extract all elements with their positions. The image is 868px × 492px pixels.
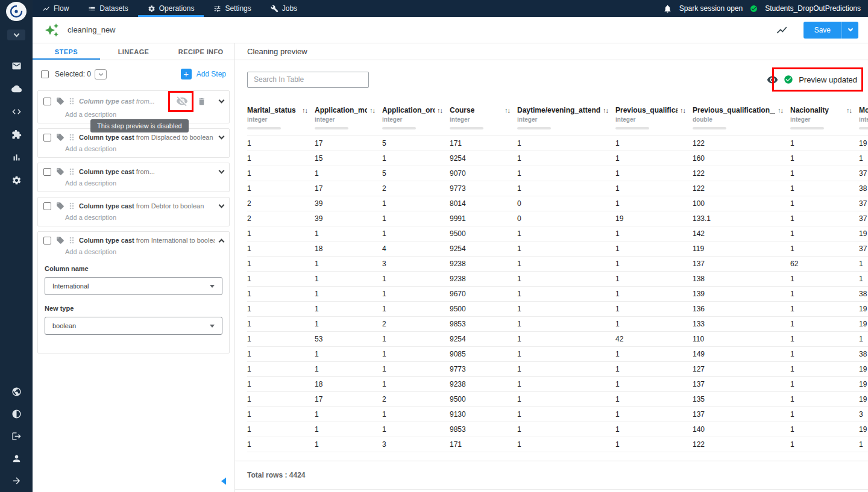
user-icon[interactable] [11, 453, 22, 464]
chevron-icon[interactable] [219, 205, 224, 207]
step-description[interactable]: Add a description [65, 179, 224, 187]
add-step-button[interactable]: + Add Step [181, 69, 226, 79]
table-cell: 17 [315, 181, 382, 196]
nav-item-operations[interactable]: Operations [138, 0, 204, 17]
step-description[interactable]: Add a description [65, 111, 224, 118]
drag-handle-icon[interactable] [69, 168, 74, 175]
column-name-select[interactable]: International [45, 277, 222, 295]
spark-session-status: Spark session open [679, 4, 743, 13]
table-cell: 3 [859, 407, 868, 422]
sort-icon[interactable]: ↑↓ [844, 107, 852, 114]
contrast-icon[interactable] [11, 409, 22, 419]
step-card: Column type cast from Displaced to boole… [37, 128, 230, 158]
collapse-panel-button[interactable] [221, 478, 226, 485]
step-header[interactable]: Column type cast from... [43, 95, 224, 107]
step-preview-disabled-tooltip: This step preview is disabled [90, 119, 189, 132]
sort-icon[interactable]: ↑↓ [367, 107, 375, 114]
sort-icon[interactable]: ↑↓ [775, 107, 783, 114]
chevron-icon[interactable] [219, 100, 224, 102]
table-cell: 1 [247, 407, 315, 422]
metrics-chart-icon[interactable] [776, 24, 788, 36]
puzzle-icon[interactable] [11, 129, 22, 140]
step-header[interactable]: Column type cast from Debtor to boolean [43, 202, 224, 210]
chevron-icon[interactable] [219, 170, 224, 173]
column-header[interactable]: Daytime/evening_attendance↑↓integer [517, 99, 615, 136]
sort-icon[interactable]: ↑↓ [502, 107, 510, 114]
cloud-icon[interactable] [11, 84, 22, 94]
column-header[interactable]: Application_order↑↓integer [382, 99, 450, 136]
column-header[interactable]: Marital_status↑↓integer [247, 99, 315, 136]
workspace-switcher-caret-icon[interactable] [7, 30, 25, 40]
project-name[interactable]: Students_DropOutPredictions [765, 4, 861, 13]
arrow-right-icon[interactable] [11, 476, 22, 486]
trash-icon[interactable] [197, 97, 206, 106]
notifications-bell-icon[interactable] [663, 4, 672, 13]
table-cell: 1 [382, 226, 450, 241]
step-header[interactable]: Column type cast from International to b… [43, 236, 224, 244]
sparkle-icon [45, 23, 59, 37]
column-header[interactable]: Nacionality↑↓integer [790, 99, 859, 136]
sort-icon[interactable]: ↑↓ [435, 107, 442, 114]
step-checkbox[interactable] [43, 134, 51, 142]
preview-table-container[interactable]: Marital_status↑↓integerApplication_mode↑… [235, 99, 868, 461]
table-cell: 1 [517, 317, 615, 332]
mail-icon[interactable] [11, 61, 22, 71]
step-checkbox[interactable] [43, 202, 51, 210]
column-header[interactable]: Previous_qualification__grade_↑↓double [693, 99, 790, 136]
gear-icon[interactable] [11, 175, 22, 185]
select-caret-icon [210, 285, 215, 288]
tab-recipe-info[interactable]: RECIPE INFO [167, 43, 234, 60]
step-checkbox[interactable] [43, 237, 51, 244]
select-all-checkbox[interactable] [41, 70, 49, 78]
nav-item-flow[interactable]: Flow [33, 0, 78, 17]
column-header[interactable]: Mo↑↓inte [859, 99, 868, 136]
nav-item-datasets[interactable]: Datasets [78, 0, 137, 17]
table-row: 2391801401100137 [247, 196, 868, 211]
chevron-icon[interactable] [219, 237, 224, 244]
table-cell: 133 [693, 317, 790, 332]
column-header[interactable]: Application_mode↑↓integer [315, 99, 382, 136]
search-input[interactable] [247, 72, 369, 88]
table-cell: 1 [615, 347, 693, 362]
sort-icon[interactable]: ↑↓ [300, 107, 307, 114]
table-cell: 1 [517, 422, 615, 437]
cleaning-preview-panel: Cleaning preview Preview updated Marital… [235, 43, 868, 492]
save-dropdown-caret-icon[interactable] [841, 22, 858, 39]
table-cell: 1 [517, 257, 615, 272]
step-description[interactable]: Add a description [65, 214, 224, 221]
nav-item-jobs[interactable]: Jobs [261, 0, 307, 17]
step-description[interactable]: Add a description [65, 145, 224, 152]
chevron-icon[interactable] [219, 136, 224, 139]
nav-item-settings[interactable]: Settings [204, 0, 260, 17]
selection-dropdown-button[interactable] [95, 69, 107, 79]
drag-handle-icon[interactable] [69, 237, 74, 244]
code-icon[interactable] [11, 107, 22, 117]
tab-steps[interactable]: STEPS [33, 43, 100, 60]
drag-handle-icon[interactable] [69, 134, 74, 141]
save-button[interactable]: Save [804, 22, 858, 39]
table-cell: 1 [859, 151, 868, 166]
table-cell: 9254 [450, 241, 517, 257]
step-header[interactable]: Column type cast from... [43, 167, 224, 176]
drag-handle-icon[interactable] [69, 202, 74, 210]
step-checkbox[interactable] [43, 168, 51, 176]
globe-icon[interactable] [11, 387, 22, 397]
table-row: 1531925414211011 [247, 332, 868, 347]
preview-eye-icon[interactable] [767, 74, 778, 86]
eye-off-icon[interactable] [176, 95, 188, 107]
app-logo[interactable] [6, 2, 27, 21]
new-type-select[interactable]: boolean [45, 317, 222, 335]
tab-lineage[interactable]: LINEAGE [100, 43, 168, 60]
column-header[interactable]: Course↑↓integer [450, 99, 517, 136]
sort-icon[interactable]: ↑↓ [678, 107, 685, 114]
step-checkbox[interactable] [43, 98, 51, 105]
bar-chart-icon[interactable] [11, 152, 22, 163]
column-quality-bar [517, 127, 551, 129]
step-header[interactable]: Column type cast from Displaced to boole… [43, 133, 224, 142]
table-cell: 1 [615, 136, 693, 151]
column-header[interactable]: Previous_qualification↑↓integer [615, 99, 693, 136]
step-description[interactable]: Add a description [65, 248, 224, 255]
logout-icon[interactable] [11, 431, 22, 441]
sort-icon[interactable]: ↑↓ [600, 107, 608, 114]
drag-handle-icon[interactable] [69, 98, 74, 105]
